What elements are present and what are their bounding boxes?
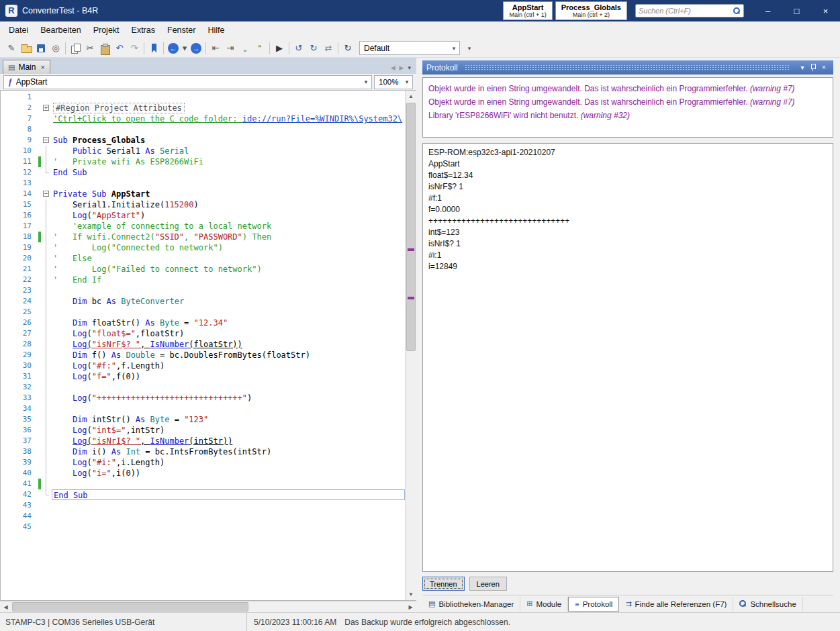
line-number[interactable]: 24 (1, 296, 38, 307)
search-input[interactable] (639, 7, 733, 15)
scroll-right-icon[interactable]: ▶ (405, 601, 416, 613)
line-number[interactable]: 23 (1, 285, 38, 296)
editor-horizontal-scrollbar[interactable]: ◀ ▶ (0, 601, 416, 612)
quick-sub-process-globals[interactable]: Process_Globals Main (ctrl + 2) (555, 1, 627, 20)
scroll-left-icon[interactable]: ◀ (0, 601, 11, 613)
line-number[interactable]: 18 (1, 232, 38, 242)
fold-collapse-icon[interactable]: − (42, 189, 52, 199)
code-line[interactable]: 23 (1, 285, 405, 296)
code-line[interactable]: 10 Public Serial1 As Serial (1, 146, 405, 156)
code-line[interactable]: 42End Sub (1, 489, 405, 500)
code-line[interactable]: 8 (1, 124, 405, 135)
save-icon[interactable] (34, 41, 48, 56)
code-line[interactable]: 25 (1, 307, 405, 318)
code-line[interactable]: 16 Log("AppStart") (1, 210, 405, 221)
scroll-up-icon[interactable]: ▲ (406, 91, 416, 102)
warning-line[interactable]: Library 'rESP8266WiFi' wird nicht benutz… (428, 109, 827, 122)
reconnect-icon[interactable]: ↻ (340, 41, 355, 56)
find-in-files-icon[interactable]: ◎ (48, 41, 63, 56)
undo-icon[interactable]: ↶ (112, 41, 127, 56)
line-number[interactable]: 42 (1, 489, 38, 500)
code-line[interactable]: 9−Sub Process_Globals (1, 135, 405, 146)
code-line[interactable]: 19' Log("Connected to network") (1, 242, 405, 253)
code-line[interactable]: 31 Log("f=",f(0)) (1, 371, 405, 382)
bottom-tab-finde-alle-referenzen-f7-[interactable]: ⇉Finde alle Referenzen (F7) (619, 597, 733, 612)
code-line[interactable]: 44 (1, 511, 405, 522)
panel-drag-grip[interactable] (465, 64, 790, 70)
line-number[interactable]: 43 (1, 500, 38, 511)
line-number[interactable]: 7 (1, 113, 38, 124)
line-number[interactable]: 25 (1, 307, 38, 318)
bottom-tab-protokoll[interactable]: ≡Protokoll (568, 597, 619, 612)
line-number[interactable]: 1 (1, 92, 38, 103)
code-line[interactable]: 38 Dim i() As Int = bc.IntsFromBytes(int… (1, 446, 405, 457)
line-number[interactable]: 2 (1, 103, 38, 113)
line-number[interactable]: 37 (1, 436, 38, 446)
code-line[interactable]: 20' Else (1, 253, 405, 264)
line-number[interactable]: 10 (1, 146, 38, 156)
code-line[interactable]: 32 (1, 382, 405, 393)
code-line[interactable]: 29 Dim f() As Double = bc.DoublesFromByt… (1, 350, 405, 360)
line-number[interactable]: 17 (1, 221, 38, 232)
bookmark-icon[interactable] (146, 41, 161, 56)
code-line[interactable]: 36 Log("int$=",intStr) (1, 425, 405, 436)
code-editor[interactable]: 12+#Region Project Attributes7'Ctrl+Clic… (1, 91, 405, 600)
horizontal-scroll-track[interactable] (11, 601, 405, 612)
search-icon[interactable] (733, 7, 741, 15)
code-line[interactable]: 1 (1, 92, 405, 103)
tab-close-icon[interactable]: × (40, 63, 44, 71)
run-icon[interactable]: ▶ (272, 41, 287, 56)
line-number[interactable]: 36 (1, 425, 38, 436)
panel-close-icon[interactable]: × (819, 64, 829, 71)
fold-collapse-icon[interactable]: − (42, 135, 52, 146)
code-line[interactable]: 12End Sub (1, 167, 405, 178)
bottom-tab-module[interactable]: ⊞Module (520, 597, 568, 612)
code-line[interactable]: 18' If wifi.Connect2("SSID", "PASSWORD")… (1, 232, 405, 242)
code-line[interactable]: 11' Private wifi As ESP8266WiFi (1, 156, 405, 167)
line-number[interactable]: 26 (1, 318, 38, 328)
line-number[interactable]: 40 (1, 468, 38, 479)
current-sub-select[interactable]: ƒ AppStart ▾ (3, 75, 372, 89)
hot-restart-icon[interactable]: ↺ (291, 41, 306, 56)
fold-expand-icon[interactable]: + (42, 103, 52, 113)
line-number[interactable]: 8 (1, 124, 38, 135)
code-line[interactable]: 22' End If (1, 275, 405, 285)
line-number[interactable]: 39 (1, 457, 38, 468)
code-line[interactable]: 39 Log("#i:",i.Length) (1, 457, 405, 468)
titlebar-search-box[interactable] (635, 4, 744, 17)
close-button[interactable]: × (811, 0, 840, 21)
line-number[interactable]: 9 (1, 135, 38, 146)
bottom-tab-schnellsuche[interactable]: Schnellsuche (733, 597, 802, 612)
menu-datei[interactable]: Datei (3, 23, 34, 38)
horizontal-scroll-thumb[interactable] (12, 602, 248, 612)
open-project-icon[interactable] (19, 41, 34, 56)
copy-icon[interactable] (68, 41, 83, 56)
line-number[interactable]: 15 (1, 199, 38, 210)
line-number[interactable]: 22 (1, 275, 38, 285)
line-number[interactable]: 35 (1, 414, 38, 425)
code-line[interactable]: 21' Log("Failed to connect to network") (1, 264, 405, 275)
code-line[interactable]: 33 Log("++++++++++++++++++++++++++++++") (1, 393, 405, 403)
clear-log-button[interactable]: Leeren (469, 577, 507, 591)
quick-sub-appstart[interactable]: AppStart Main (ctrl + 1) (503, 1, 552, 20)
minimize-button[interactable]: – (753, 0, 782, 21)
code-line[interactable]: 28 Log("isNrF$? ", IsNumber(floatStr)) (1, 339, 405, 350)
menu-extras[interactable]: Extras (126, 23, 161, 38)
line-number[interactable]: 29 (1, 350, 38, 360)
line-number[interactable]: 20 (1, 253, 38, 264)
vertical-scroll-track[interactable] (406, 102, 416, 589)
navigate-back-icon[interactable]: ← (166, 41, 181, 56)
line-number[interactable]: 30 (1, 360, 38, 371)
warning-line[interactable]: Objekt wurde in einen String umgewandelt… (428, 82, 827, 95)
panel-position-dropdown-icon[interactable]: ▾ (797, 64, 808, 71)
code-line[interactable]: 7'Ctrl+Click to open the C code folder: … (1, 113, 405, 124)
compile-icon[interactable]: ⇄ (321, 41, 336, 56)
line-number[interactable]: 19 (1, 242, 38, 253)
line-number[interactable]: 14 (1, 189, 38, 199)
code-line[interactable]: 27 Log("float$=",floatStr) (1, 328, 405, 339)
line-number[interactable]: 11 (1, 156, 38, 167)
code-line[interactable]: 41 (1, 479, 405, 489)
code-line[interactable]: 2+#Region Project Attributes (1, 103, 405, 113)
indent-icon[interactable]: ⇥ (223, 41, 238, 56)
scroll-down-icon[interactable]: ▼ (406, 589, 416, 600)
